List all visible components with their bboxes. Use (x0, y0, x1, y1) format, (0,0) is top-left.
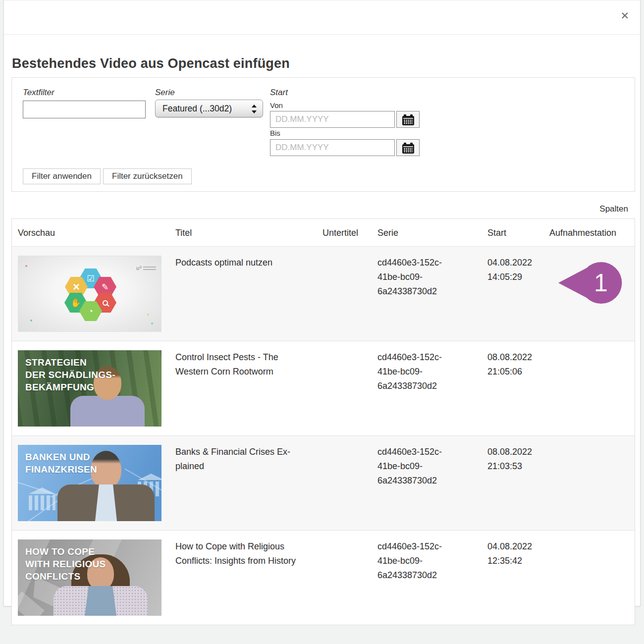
video-serie: cd4460e3-152c-41be-bc09-6a24338730d2 (377, 539, 452, 583)
annotation-number: 1 (586, 267, 616, 299)
bis-date-row (270, 139, 420, 156)
annotation-balloon-1: 1 (558, 262, 625, 304)
video-start: 08.08.2022 21:03:53 (487, 445, 537, 474)
close-icon[interactable]: ✕ (620, 10, 629, 21)
video-table: Vorschau Titel Untertitel Serie Start Au… (11, 218, 635, 625)
start-label: Start (270, 88, 288, 98)
von-date-input[interactable] (270, 111, 395, 128)
select-stepper-icon (252, 104, 257, 114)
bis-date-input[interactable] (270, 139, 395, 156)
video-title: Banks & Financial Crises Ex­plained (175, 445, 299, 474)
video-title: Podcasts optimal nutzen (175, 256, 299, 270)
serie-label: Serie (155, 88, 175, 98)
table-row[interactable]: STRATEGIEN DER SCHÄDLINGS- BEKÄMPFUNG Co… (12, 341, 635, 435)
filter-reset-button[interactable]: Filter zurücksetzen (103, 168, 192, 184)
video-serie: cd4460e3-152c-41be-bc09-6a24338730d2 (377, 256, 452, 299)
von-label: Von (270, 101, 283, 109)
thumbnail-title-text: STRATEGIEN DER SCHÄDLINGS- BEKÄMPFUNG (25, 356, 115, 393)
video-thumbnail[interactable]: BANKEN UND FINANZKRISEN (18, 445, 161, 521)
textfilter-label: Textfilter (23, 88, 54, 98)
video-title: Control Insect Pests - The Western Corn … (175, 350, 299, 379)
video-thumbnail[interactable]: HOW TO COPE WITH RELIGIOUS CONFLICTS (18, 539, 161, 616)
col-header-serie: Serie (372, 219, 482, 246)
bis-label: Bis (270, 129, 280, 137)
col-header-untertitel: Untertitel (317, 219, 372, 246)
calendar-icon (402, 143, 414, 154)
bis-calendar-button[interactable] (396, 139, 420, 156)
video-serie: cd4460e3-152c-41be-bc09-6a24338730d2 (377, 350, 452, 393)
table-body: uᵇ ☑ × ✎ ✋ ◔ Podcasts optimal nutzen (12, 246, 635, 625)
table-row[interactable]: HOW TO COPE WITH RELIGIOUS CONFLICTS How… (12, 530, 635, 625)
col-header-start: Start (482, 219, 543, 246)
serie-select-value: Featured (...30d2) (162, 104, 232, 113)
textfilter-input[interactable] (23, 101, 146, 118)
dialog-header: ✕ (4, 0, 640, 35)
table-row[interactable]: BANKEN UND FINANZKRISEN Banks & Financia… (12, 435, 635, 530)
unibe-logo: uᵇ (136, 261, 156, 275)
table-header: Vorschau Titel Untertitel Serie Start Au… (12, 219, 635, 246)
video-serie: cd4460e3-152c-41be-bc09-6a24338730d2 (377, 445, 452, 488)
opencast-dialog: ✕ Bestehendes Video aus Opencast einfüge… (3, 0, 641, 606)
von-date-row (270, 111, 420, 128)
col-header-aufnahmestation: Aufnahmestation (543, 219, 635, 246)
col-header-titel: Titel (169, 219, 317, 246)
bank-icon (29, 487, 55, 510)
table-row[interactable]: uᵇ ☑ × ✎ ✋ ◔ Podcasts optimal nutzen (12, 246, 635, 341)
filter-panel: Textfilter Serie Featured (...30d2) Star… (11, 77, 635, 192)
columns-menu-button[interactable]: Spalten (599, 204, 628, 214)
serie-select[interactable]: Featured (...30d2) (155, 100, 263, 117)
video-title: How to Cope with Religious Conflicts: In… (175, 539, 299, 568)
von-calendar-button[interactable] (396, 111, 420, 128)
video-start: 08.08.2022 21:05:06 (487, 350, 537, 379)
calendar-icon (402, 114, 414, 125)
page-title: Bestehendes Video aus Opencast einfügen (12, 56, 290, 71)
page: { "header": { "close_icon": "✕" }, "titl… (0, 0, 644, 644)
thumbnail-title-text: BANKEN UND FINANZKRISEN (25, 451, 97, 476)
video-start: 04.08.2022 14:05:29 (487, 256, 537, 284)
video-start: 04.08.2022 12:35:42 (487, 539, 537, 568)
video-thumbnail[interactable]: uᵇ ☑ × ✎ ✋ ◔ (18, 256, 161, 332)
filter-apply-button[interactable]: Filter anwenden (23, 168, 101, 184)
video-thumbnail[interactable]: STRATEGIEN DER SCHÄDLINGS- BEKÄMPFUNG (18, 350, 161, 427)
thumbnail-title-text: HOW TO COPE WITH RELIGIOUS CONFLICTS (25, 545, 106, 583)
col-header-vorschau: Vorschau (12, 219, 169, 246)
